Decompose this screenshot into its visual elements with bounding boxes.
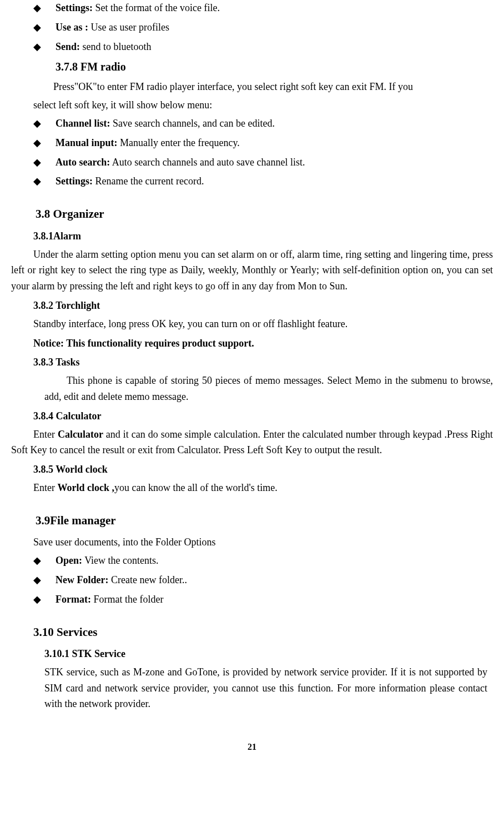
item-label: Open: [56, 555, 82, 566]
torch-notice: Notice: This functionality requires prod… [33, 335, 493, 352]
list-item: Settings: Rename the current record. [33, 173, 493, 189]
heading-384: 3.8.4 Calculator [33, 408, 493, 424]
tasks-text: This phone is capable of storing 50 piec… [44, 375, 493, 402]
item-text: View the contents. [82, 555, 159, 566]
heading-3101: 3.10.1 STK Service [44, 646, 493, 662]
heading-38: 3.8 Organizer [36, 205, 493, 224]
item-text: Format the folder [91, 594, 163, 605]
fm-bullet-list: Channel list: Save search channels, and … [11, 116, 493, 189]
item-text: Use as user profiles [88, 22, 169, 33]
item-label: Settings: [56, 2, 93, 13]
wclock-para: Enter World clock ,you can know the all … [33, 480, 493, 496]
item-label: New Folder: [56, 574, 108, 585]
list-item: Format: Format the folder [33, 592, 493, 608]
item-text: Manually enter the frequency. [118, 137, 240, 148]
stk-para: STK service, such as M-zone and GoTone, … [44, 664, 487, 712]
list-item: Channel list: Save search channels, and … [33, 116, 493, 132]
list-item: Auto search: Auto search channels and au… [33, 154, 493, 171]
calc-bold: Calculator [58, 429, 103, 440]
list-item: Settings: Set the format of the voice fi… [33, 0, 493, 16]
list-item: Send: send to bluetooth [33, 39, 493, 55]
heading-310: 3.10 Services [33, 623, 493, 642]
item-label: Auto search: [56, 157, 110, 168]
heading-382: 3.8.2 Torchlight [33, 298, 493, 314]
calc-para: Enter Calculator and it can do some simp… [11, 427, 493, 459]
item-label: Channel list: [56, 118, 110, 129]
item-text: Set the format of the voice file. [93, 2, 220, 13]
item-label: Format: [56, 594, 91, 605]
tasks-para: This phone is capable of storing 50 piec… [44, 373, 493, 405]
page-number: 21 [11, 740, 493, 754]
fm-text-c: to enter FM radio player interface, you … [97, 81, 413, 92]
wclock-bold: World clock , [57, 482, 114, 493]
calc-pre: Enter [33, 429, 58, 440]
torch-para: Standby interface, long press OK key, yo… [33, 316, 493, 332]
heading-39: 3.9File manager [36, 512, 493, 530]
alarm-text: Under the alarm setting option menu you … [11, 249, 493, 292]
fm-text-a: Press [53, 81, 74, 92]
item-label: Settings: [56, 176, 93, 187]
item-text: Save search channels, and can be edited. [110, 118, 275, 129]
wclock-pre: Enter [33, 482, 57, 493]
heading-381: 3.8.1Alarm [33, 228, 493, 244]
item-text: Rename the current record. [93, 176, 204, 187]
list-item: Use as : Use as user profiles [33, 19, 493, 36]
fm-text-b: "OK" [74, 81, 97, 92]
list-item: Open: View the contents. [33, 553, 493, 569]
fm-para2: select left soft key, it will show below… [33, 97, 493, 113]
fm-options-para: Save user documents, into the Folder Opt… [33, 534, 493, 550]
item-text: send to bluetooth [80, 41, 152, 52]
alarm-para: Under the alarm setting option menu you … [11, 247, 493, 294]
file-bullet-list: Open: View the contents. New Folder: Cre… [11, 553, 493, 607]
wclock-post: you can know the all of the world's time… [114, 482, 278, 493]
top-bullet-list: Settings: Set the format of the voice fi… [11, 0, 493, 54]
item-text: Create new folder.. [108, 574, 187, 585]
list-item: Manual input: Manually enter the frequen… [33, 135, 493, 151]
list-item: New Folder: Create new folder.. [33, 572, 493, 588]
heading-378: 3.7.8 FM radio [56, 58, 493, 76]
fm-para: Press"OK"to enter FM radio player interf… [33, 79, 493, 95]
heading-383: 3.8.3 Tasks [33, 354, 493, 370]
item-label: Send: [56, 41, 80, 52]
item-label: Use as : [56, 22, 88, 33]
item-text: Auto search channels and auto save chann… [110, 157, 305, 168]
item-label: Manual input: [56, 137, 118, 148]
heading-385: 3.8.5 World clock [33, 462, 493, 478]
